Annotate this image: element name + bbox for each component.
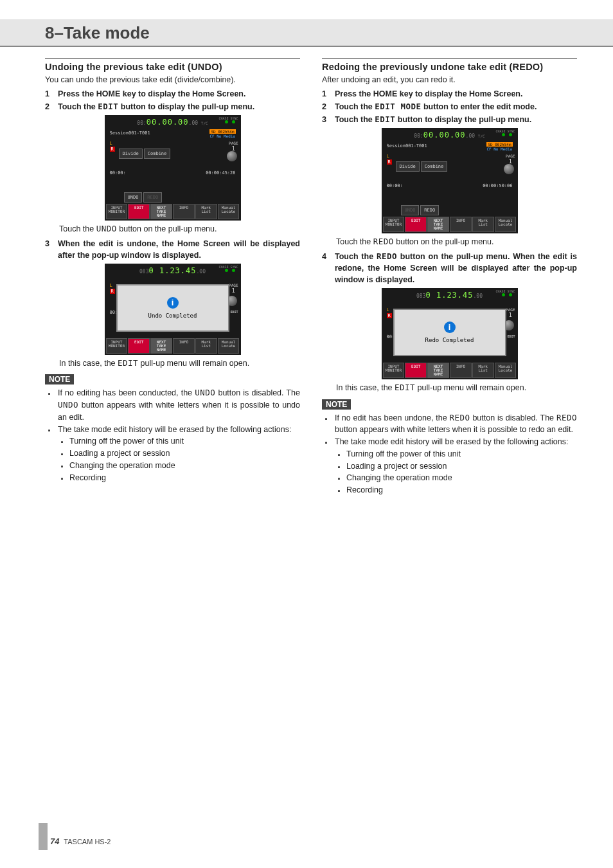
divide-button[interactable]: Divide	[119, 149, 143, 159]
media-status: SD 002h54mCF No Media	[486, 142, 512, 151]
manual-locate-button[interactable]: Manual Locate	[218, 338, 240, 354]
page: 8–Take mode Undoing the previous take ed…	[0, 0, 613, 868]
column-right: Redoing the previously undone take edit …	[322, 59, 577, 496]
step-text: Touch the EDIT button to display the pul…	[335, 114, 577, 125]
screenshot-undo-completed: CHASE SYNC 0830 1.23.45.00 LR PAGE1 00: …	[105, 264, 241, 355]
input-monitor-button[interactable]: INPUT MONITOR	[383, 363, 405, 378]
lr-meter: LR	[110, 141, 115, 152]
screenshot-home-edit-pullup: CHASE SYNC 00:00.00.00.00 T/C Session001…	[105, 115, 241, 221]
note-sub-item: Turning off the power of this unit	[58, 435, 300, 448]
mark-list-button[interactable]: Mark List	[472, 217, 494, 232]
edit-button[interactable]: EDIT	[128, 338, 150, 354]
undo-button[interactable]: UNDO	[124, 192, 143, 203]
model-name: TASCAM HS-2	[64, 838, 111, 845]
next-take-name-button[interactable]: NEXT TAKE NAME	[427, 363, 449, 378]
info-button[interactable]: INFO	[450, 363, 472, 378]
input-monitor-button[interactable]: INPUT MONITOR	[106, 338, 128, 354]
lr-meter: LR	[387, 307, 392, 318]
step-number: 1	[322, 88, 335, 100]
step-3: 3 Touch the EDIT button to display the p…	[322, 114, 577, 125]
timecode-display: 00:00.00.00.00 T/C	[382, 131, 518, 140]
step-number: 1	[45, 88, 58, 100]
undo-redo-row: UNDO REDO	[401, 205, 440, 215]
step-text: Touch the EDIT button to display the pul…	[58, 101, 300, 113]
screenshot-home-edit-pullup-redo: CHASE SYNC 00:00.00.00.00 T/C Session001…	[382, 128, 518, 233]
info-icon: i	[444, 321, 456, 333]
timecode-display: 0830 1.23.45.00	[382, 291, 518, 300]
redo-heading: Redoing the previously undone take edit …	[322, 62, 577, 72]
note-sub-item: Loading a project or session	[58, 448, 300, 460]
redo-button[interactable]: REDO	[420, 205, 439, 215]
caption: Touch the REDO button on the pull-up men…	[336, 236, 577, 248]
step-text: Touch the REDO button on the pull-up men…	[335, 251, 577, 285]
page-footer: 74 TASCAM HS-2	[50, 836, 111, 846]
step-1: 1 Press the HOME key to display the Home…	[45, 88, 300, 100]
info-button[interactable]: INFO	[450, 217, 472, 232]
chapter-title: 8–Take mode	[45, 23, 613, 43]
step-2: 2 Touch the EDIT MODE button to enter th…	[322, 101, 577, 113]
step-text: When the edit is undone, the Home Screen…	[58, 238, 300, 261]
mark-list-button[interactable]: Mark List	[195, 204, 217, 219]
session-name: Session001-T001	[110, 131, 150, 136]
mark-list-button[interactable]: Mark List	[472, 363, 494, 378]
page-edge-tab	[39, 823, 48, 850]
edit-button[interactable]: EDIT	[128, 204, 150, 219]
edit-indicator: EDIT	[230, 310, 238, 314]
manual-locate-button[interactable]: Manual Locate	[495, 363, 517, 378]
step-1: 1 Press the HOME key to display the Home…	[322, 88, 577, 100]
timecode-display: 0830 1.23.45.00	[105, 266, 241, 275]
step-number: 4	[322, 251, 335, 285]
step-4: 4 Touch the REDO button on the pull-up m…	[322, 251, 577, 285]
mark-list-button[interactable]: Mark List	[195, 338, 217, 354]
next-take-name-button[interactable]: NEXT TAKE NAME	[427, 217, 449, 232]
input-monitor-button[interactable]: INPUT MONITOR	[106, 204, 128, 219]
undo-button: UNDO	[401, 205, 420, 215]
info-button[interactable]: INFO	[173, 338, 195, 354]
dialog-text: Redo Completed	[425, 337, 474, 343]
redo-steps: 1 Press the HOME key to display the Home…	[322, 88, 577, 125]
manual-locate-button[interactable]: Manual Locate	[495, 217, 517, 232]
caption: In this case, the EDIT pull-up menu will…	[59, 357, 300, 370]
input-monitor-button[interactable]: INPUT MONITOR	[383, 217, 405, 232]
edit-button-row: Divide Combine	[119, 149, 171, 159]
column-left: Undoing the previous take edit (UNDO) Yo…	[45, 59, 300, 496]
undo-intro: You can undo the previous take edit (div…	[45, 75, 300, 86]
jog-knob[interactable]	[504, 164, 514, 174]
redo-steps-cont: 4 Touch the REDO button on the pull-up m…	[322, 251, 577, 285]
next-take-name-button[interactable]: NEXT TAKE NAME	[150, 338, 172, 354]
edit-button[interactable]: EDIT	[405, 363, 427, 378]
step-number: 3	[322, 114, 335, 125]
note-item: The take mode edit history will be erase…	[45, 424, 300, 436]
page-indicator: PAGE1	[229, 141, 238, 152]
remain-time: 00:00:50:06	[483, 183, 512, 188]
undo-steps-cont: 3 When the edit is undone, the Home Scre…	[45, 238, 300, 261]
bottom-buttons: INPUT MONITOR EDIT NEXT TAKE NAME INFO M…	[105, 204, 241, 219]
note-sub-item: Recording	[58, 472, 300, 484]
note-sub-item: Changing the operation mode	[335, 472, 577, 484]
elapsed-time: 00:00:	[110, 170, 126, 176]
note-sub-item: Recording	[335, 484, 577, 496]
lr-meter: LR	[110, 283, 115, 294]
page-indicator: PAGE1	[506, 307, 515, 318]
combine-button[interactable]: Combine	[144, 149, 171, 159]
remain-time: 00:00:45:28	[206, 170, 235, 176]
page-number: 74	[50, 836, 59, 846]
step-number: 3	[45, 238, 58, 261]
note-item: The take mode edit history will be erase…	[322, 436, 577, 448]
info-button[interactable]: INFO	[173, 204, 195, 219]
info-icon: i	[167, 297, 179, 309]
edit-indicator: EDIT	[507, 334, 515, 338]
combine-button[interactable]: Combine	[421, 161, 448, 172]
next-take-name-button[interactable]: NEXT TAKE NAME	[150, 204, 172, 219]
jog-knob[interactable]	[227, 151, 237, 161]
session-name: Session001-T001	[387, 143, 427, 149]
manual-locate-button[interactable]: Manual Locate	[218, 204, 240, 219]
info-dialog: i Undo Completed	[116, 284, 229, 332]
timecode-display: 00:00.00.00.00 T/C	[105, 118, 241, 127]
undo-heading: Undoing the previous take edit (UNDO)	[45, 62, 300, 72]
edit-button[interactable]: EDIT	[405, 217, 427, 232]
elapsed-time: 00:00:	[387, 183, 403, 188]
step-number: 2	[322, 101, 335, 113]
divide-button[interactable]: Divide	[396, 161, 420, 172]
lr-meter: LR	[387, 154, 392, 165]
